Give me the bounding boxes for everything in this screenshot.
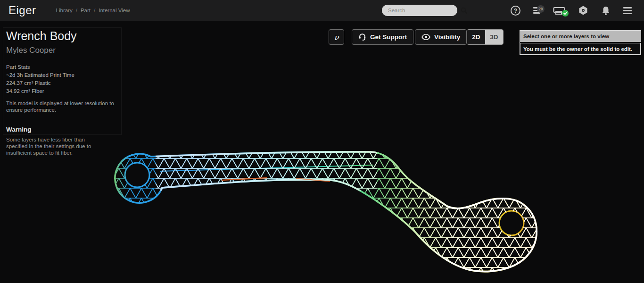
warning-heading: Warning bbox=[6, 126, 124, 133]
stat-fiber-volume: 34.92 cm³ Fiber bbox=[6, 88, 124, 94]
get-support-label: Get Support bbox=[370, 33, 407, 41]
search-icon[interactable] bbox=[461, 5, 467, 16]
search-bar bbox=[382, 5, 457, 16]
breadcrumb-separator: / bbox=[94, 8, 95, 13]
toggle-2d[interactable]: 2D bbox=[467, 30, 485, 44]
eye-icon bbox=[421, 34, 430, 40]
part-stats-heading: Part Stats bbox=[6, 64, 124, 70]
fiber-view-button[interactable]: ν bbox=[329, 29, 344, 45]
breadcrumb-part[interactable]: Part bbox=[81, 8, 91, 13]
printer-status-icon[interactable] bbox=[553, 6, 565, 15]
owner-notice: You must be the owner of the solid to ed… bbox=[520, 42, 641, 55]
print-queue-icon[interactable]: 20 bbox=[533, 7, 540, 14]
visibility-label: Visibility bbox=[434, 33, 460, 41]
warning-text: Some layers have less fiber than specifi… bbox=[6, 136, 103, 156]
visibility-button[interactable]: Visibility bbox=[415, 29, 467, 45]
breadcrumb-internal-view[interactable]: Internal View bbox=[99, 8, 130, 13]
toggle-3d[interactable]: 3D bbox=[485, 30, 503, 44]
part-title: Wrench Body bbox=[6, 29, 124, 43]
eiger-app-window: Eiger Library / Part / Internal View ? bbox=[0, 0, 644, 283]
printer-ready-check-icon bbox=[562, 10, 569, 17]
stat-print-time: ~2d 3h Estimated Print Time bbox=[6, 72, 124, 78]
eiger-logo[interactable]: Eiger bbox=[8, 4, 36, 17]
nu-glyph: ν bbox=[334, 33, 339, 42]
queue-count-badge: 20 bbox=[537, 5, 545, 13]
part-info-panel: Wrench Body Myles Cooper Part Stats ~2d … bbox=[6, 29, 124, 156]
get-support-button[interactable]: Get Support bbox=[352, 29, 413, 45]
headset-icon bbox=[358, 33, 366, 41]
materials-icon[interactable] bbox=[578, 5, 588, 16]
help-glyph: ? bbox=[514, 7, 518, 14]
notifications-bell-icon[interactable] bbox=[601, 6, 611, 16]
menu-icon[interactable] bbox=[623, 7, 632, 14]
top-navbar: Eiger Library / Part / Internal View ? bbox=[0, 0, 644, 21]
view-mode-toggle: 2D 3D bbox=[467, 29, 504, 45]
breadcrumb: Library / Part / Internal View bbox=[56, 8, 130, 13]
breadcrumb-separator: / bbox=[76, 8, 77, 13]
layers-panel: Select one or more layers to view You mu… bbox=[520, 30, 641, 55]
resolution-note: This model is displayed at lower resolut… bbox=[6, 100, 119, 113]
breadcrumb-library[interactable]: Library bbox=[56, 8, 73, 13]
search-input[interactable] bbox=[382, 8, 461, 13]
layer-select-dropdown[interactable]: Select one or more layers to view bbox=[520, 31, 641, 42]
part-owner: Myles Cooper bbox=[6, 46, 124, 55]
navbar-icon-group: ? 20 bbox=[511, 0, 644, 21]
stat-plastic-volume: 224.37 cm³ Plastic bbox=[6, 80, 124, 86]
help-icon[interactable]: ? bbox=[511, 6, 520, 16]
